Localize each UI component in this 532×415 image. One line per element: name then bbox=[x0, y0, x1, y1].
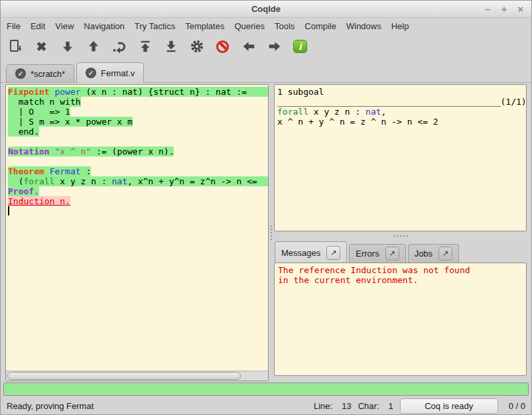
progress-bar bbox=[3, 383, 529, 396]
menu-windows[interactable]: Windows bbox=[346, 21, 381, 31]
vertical-splitter[interactable] bbox=[269, 84, 274, 381]
window-title: CoqIde bbox=[1, 4, 531, 14]
message-tab-bar: Messages ↗ Errors ↗ Jobs ↗ bbox=[274, 240, 527, 263]
code-line: | O => 1 bbox=[8, 107, 268, 117]
tab-scratch[interactable]: ✓ *scratch* bbox=[6, 64, 74, 82]
goal-conclusion: x ^ n + y ^ n = z ^ n -> n <= 2 bbox=[277, 117, 523, 127]
messages-pane: The reference Induction was not found in… bbox=[274, 263, 527, 376]
main-area: Fixpoint power (x n : nat) {struct n} : … bbox=[1, 83, 531, 381]
goto-cursor-button[interactable] bbox=[110, 38, 128, 56]
menu-navigation[interactable]: Navigation bbox=[84, 21, 124, 31]
new-page-button[interactable] bbox=[7, 38, 25, 56]
up-arrow-icon bbox=[86, 39, 101, 54]
checkmark-icon: ✓ bbox=[15, 68, 26, 79]
menu-tools[interactable]: Tools bbox=[275, 21, 295, 31]
text-cursor bbox=[8, 206, 9, 215]
horizontal-splitter[interactable] bbox=[274, 231, 527, 240]
code-line: Induction n. bbox=[8, 196, 268, 206]
go-to-start-button[interactable] bbox=[136, 38, 154, 56]
subgoal-count: 1 subgoal bbox=[277, 87, 523, 97]
step-forward-button[interactable] bbox=[58, 38, 76, 56]
status-message: Ready, proving Fermat bbox=[7, 401, 94, 411]
code-line: Notation "x ^ n" := (power x n). bbox=[8, 147, 268, 156]
code-line bbox=[8, 206, 268, 216]
code-line: end. bbox=[8, 127, 268, 137]
goto-cursor-icon bbox=[111, 38, 127, 54]
tab-label: Fermat.v bbox=[101, 68, 135, 78]
code-line: Theorem Fermat : bbox=[8, 166, 268, 176]
menu-compile[interactable]: Compile bbox=[304, 21, 336, 31]
down-arrow-icon bbox=[60, 39, 75, 54]
arrow-to-bottom-icon bbox=[164, 39, 178, 54]
detach-button[interactable]: ↗ bbox=[438, 247, 452, 261]
forward-button[interactable] bbox=[265, 38, 283, 56]
goal-counter: 0 / 0 bbox=[509, 401, 525, 411]
code-line: match n with bbox=[8, 97, 268, 107]
script-editor[interactable]: Fixpoint power (x n : nat) {struct n} : … bbox=[6, 85, 268, 371]
code-line: Proof. bbox=[8, 186, 268, 196]
tab-fermat[interactable]: ✓ Fermat.v bbox=[76, 62, 144, 83]
go-to-end-button[interactable] bbox=[162, 38, 180, 56]
menu-view[interactable]: View bbox=[55, 21, 74, 31]
code-line: | S m => x * power x m bbox=[8, 117, 268, 127]
right-column: 1 subgoal ______________________________… bbox=[274, 84, 527, 381]
about-button[interactable]: i bbox=[291, 38, 309, 56]
tab-messages[interactable]: Messages ↗ bbox=[275, 241, 347, 263]
char-value: 1 bbox=[388, 401, 393, 411]
tab-label: Messages bbox=[281, 248, 320, 258]
close-buffer-button[interactable]: ✖ bbox=[33, 38, 50, 56]
tab-label: Errors bbox=[356, 249, 379, 259]
menu-try-tactics[interactable]: Try Tactics bbox=[135, 21, 175, 31]
close-icon[interactable]: × bbox=[517, 4, 523, 14]
script-editor-pane[interactable]: Fixpoint power (x n : nat) {struct n} : … bbox=[5, 84, 269, 381]
detach-button[interactable]: ↗ bbox=[326, 246, 340, 260]
left-arrow-icon bbox=[241, 39, 256, 54]
code-line bbox=[8, 137, 268, 147]
detach-button[interactable]: ↗ bbox=[385, 247, 399, 261]
arrow-to-top-icon bbox=[138, 39, 153, 54]
toolbar: ✖ bbox=[1, 34, 531, 59]
interrupt-icon bbox=[216, 40, 229, 53]
window-controls: – + × bbox=[485, 1, 523, 17]
info-icon: i bbox=[293, 40, 307, 53]
new-page-icon bbox=[8, 38, 24, 54]
coqide-window: CoqIde – + × File Edit View Navigation T… bbox=[0, 0, 532, 415]
goal-separator: ________________________________________… bbox=[277, 97, 523, 107]
tab-jobs[interactable]: Jobs ↗ bbox=[408, 244, 459, 263]
menu-queries[interactable]: Queries bbox=[234, 21, 265, 31]
right-arrow-icon bbox=[267, 39, 282, 54]
title-bar: CoqIde – + × bbox=[1, 1, 531, 18]
menu-templates[interactable]: Templates bbox=[185, 21, 224, 31]
tab-label: Jobs bbox=[415, 249, 432, 259]
menu-edit[interactable]: Edit bbox=[31, 21, 45, 31]
gear-icon bbox=[189, 38, 205, 54]
message-line: in the current environment. bbox=[278, 275, 523, 285]
tab-errors[interactable]: Errors ↗ bbox=[349, 244, 405, 263]
interrupt-button[interactable] bbox=[214, 38, 232, 56]
scrollbar-thumb[interactable] bbox=[7, 372, 241, 380]
menu-help[interactable]: Help bbox=[391, 21, 409, 31]
close-x-icon: ✖ bbox=[36, 40, 47, 53]
goal-hypothesis: forall x y z n : nat, bbox=[277, 107, 523, 117]
goals-pane: 1 subgoal ______________________________… bbox=[274, 84, 527, 231]
line-value: 13 bbox=[342, 401, 351, 411]
tab-label: *scratch* bbox=[31, 69, 65, 79]
gear-button[interactable] bbox=[188, 38, 206, 56]
minimize-icon[interactable]: – bbox=[485, 4, 490, 14]
maximize-icon[interactable]: + bbox=[501, 4, 507, 14]
horizontal-scrollbar[interactable] bbox=[6, 371, 268, 381]
buffer-tab-bar: ✓ *scratch* ✓ Fermat.v bbox=[1, 59, 531, 83]
back-button[interactable] bbox=[239, 38, 257, 56]
code-line bbox=[8, 156, 268, 166]
menu-file[interactable]: File bbox=[7, 21, 21, 31]
code-line: Fixpoint power (x n : nat) {struct n} : … bbox=[8, 87, 268, 97]
message-line: The reference Induction was not found bbox=[278, 265, 523, 275]
char-label: Char: bbox=[358, 401, 379, 411]
coq-state-button[interactable]: Coq is ready bbox=[400, 398, 498, 414]
menu-bar: File Edit View Navigation Try Tactics Te… bbox=[1, 18, 531, 34]
checkmark-icon: ✓ bbox=[86, 68, 96, 78]
status-bar: Ready, proving Fermat Line: 13 Char: 1 C… bbox=[1, 397, 531, 414]
code-line: (forall x y z n : nat, x^n + y^n = z^n -… bbox=[8, 176, 268, 186]
step-backward-button[interactable] bbox=[84, 38, 102, 56]
line-label: Line: bbox=[314, 401, 332, 411]
